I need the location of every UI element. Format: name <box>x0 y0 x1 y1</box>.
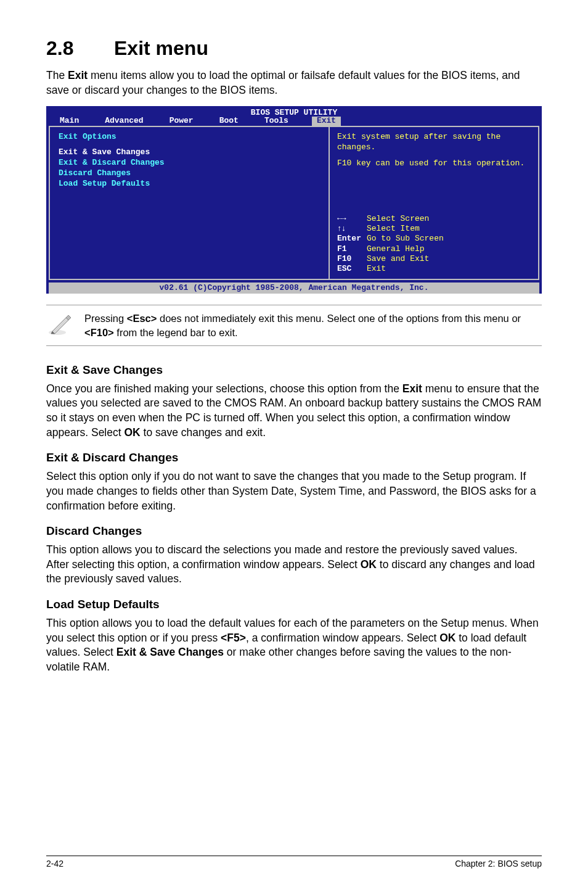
sub-paragraph: This option allows you to discard the se… <box>46 543 542 587</box>
bios-body: Exit Options Exit & Save Changes Exit & … <box>46 126 542 283</box>
sub-heading: Exit & Discard Changes <box>46 451 542 464</box>
sub-paragraph: Select this option only if you do not wa… <box>46 469 542 513</box>
up-down-arrows-icon: ↑↓ <box>337 224 367 234</box>
bios-option: Exit & Discard Changes <box>59 158 320 167</box>
note-text: Pressing <Esc> does not immediately exit… <box>84 311 542 339</box>
bios-tab-bar: Main Advanced Power Boot Tools Exit <box>46 117 542 126</box>
bios-tab-power: Power <box>167 117 196 126</box>
section-number: 2.8 <box>46 37 114 60</box>
note-box: Pressing <Esc> does not immediately exit… <box>46 305 542 346</box>
page-chapter: Chapter 2: BIOS setup <box>455 859 542 868</box>
bios-screenshot: BIOS SETUP UTILITY Main Advanced Power B… <box>46 106 542 294</box>
bios-option: Discard Changes <box>59 168 320 178</box>
subsection-exit-save: Exit & Save Changes Once you are finishe… <box>46 363 542 440</box>
bios-title: BIOS SETUP UTILITY <box>46 106 542 117</box>
subsection-load-defaults: Load Setup Defaults This option allows y… <box>46 598 542 675</box>
sub-paragraph: Once you are finished making your select… <box>46 382 542 440</box>
section-heading: 2.8Exit menu <box>46 37 542 60</box>
left-right-arrows-icon: ←→ <box>337 214 367 224</box>
pencil-icon <box>46 311 71 339</box>
bios-option-selected: Exit & Save Changes <box>59 147 320 157</box>
bios-copyright: v02.61 (C)Copyright 1985-2008, American … <box>49 283 539 294</box>
bios-tab-advanced: Advanced <box>102 117 145 126</box>
subsection-exit-discard: Exit & Discard Changes Select this optio… <box>46 451 542 513</box>
bios-option: Load Setup Defaults <box>59 179 320 188</box>
bios-help-text: Exit system setup after saving the chang… <box>337 132 531 168</box>
bios-tab-exit: Exit <box>312 117 341 126</box>
bios-help-pane: Exit system setup after saving the chang… <box>329 126 539 280</box>
section-intro: The Exit menu items allow you to load th… <box>46 68 542 97</box>
section-title-text: Exit menu <box>114 37 208 59</box>
sub-heading: Discard Changes <box>46 524 542 538</box>
sub-heading: Exit & Save Changes <box>46 363 542 377</box>
bios-left-pane: Exit Options Exit & Save Changes Exit & … <box>49 126 329 280</box>
bios-tab-tools: Tools <box>262 117 291 126</box>
subsection-discard: Discard Changes This option allows you t… <box>46 524 542 587</box>
sub-paragraph: This option allows you to load the defau… <box>46 616 542 675</box>
bios-tab-boot: Boot <box>217 117 241 126</box>
sub-heading: Load Setup Defaults <box>46 598 542 611</box>
bios-options-heading: Exit Options <box>59 132 320 141</box>
page-number: 2-42 <box>46 859 63 868</box>
bios-tab-main: Main <box>57 117 81 126</box>
bios-key-legend: ←→Select Screen ↑↓Select Item EnterGo to… <box>337 214 531 274</box>
page-footer: 2-42 Chapter 2: BIOS setup <box>46 856 542 868</box>
